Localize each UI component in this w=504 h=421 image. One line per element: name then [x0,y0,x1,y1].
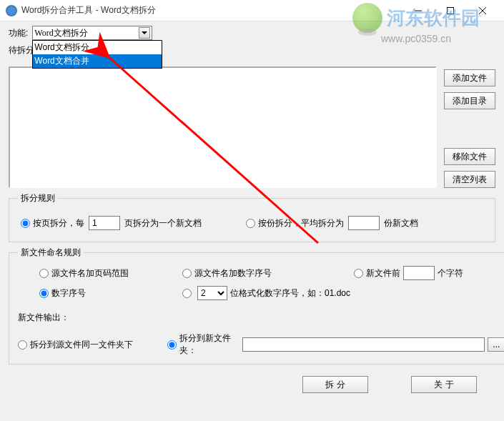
name-prefix-label[interactable]: 新文件前 [354,267,400,279]
about-button[interactable]: 关 于 [411,376,477,393]
split-button[interactable]: 拆 分 [302,376,368,393]
out-same-label[interactable]: 拆分到源文件同一文件夹下 [18,339,133,351]
digits-select[interactable]: 2 [197,286,227,300]
minimize-button[interactable] [402,0,434,21]
file-list[interactable] [9,66,437,188]
function-label: 功能: [9,27,28,39]
naming-rules-legend: 新文件命名规则 [18,247,84,259]
by-page-radio-label[interactable]: 按页拆分，每 [21,217,84,229]
clear-list-button[interactable]: 清空列表 [444,171,495,188]
function-combo[interactable]: Word文档拆分 Word文档拆分 Word文档合并 [32,26,152,40]
add-dir-button[interactable]: 添加目录 [444,92,495,109]
name-prefix-radio[interactable] [354,269,363,278]
name-numidx-label[interactable]: 源文件名加数字序号 [182,267,272,279]
maximize-button[interactable] [434,0,466,21]
by-page-suffix: 页拆分为一个新文档 [124,217,202,229]
copy-count-input[interactable] [348,216,380,230]
by-count-radio[interactable] [246,219,255,228]
name-number-radio[interactable] [39,289,49,298]
page-count-input[interactable] [89,216,120,230]
out-new-radio[interactable] [167,340,177,350]
split-rules-legend: 拆分规则 [18,192,58,204]
name-numidx-radio[interactable] [182,269,192,278]
combo-option-merge[interactable]: Word文档合并 [33,54,162,68]
format-radio[interactable] [182,289,192,298]
combo-option-split[interactable]: Word文档拆分 [33,41,162,54]
combo-dropdown: Word文档拆分 Word文档合并 [32,40,162,69]
chevron-down-icon[interactable] [139,27,150,39]
name-pagerange-radio[interactable] [39,269,49,278]
close-button[interactable] [466,0,498,21]
app-icon [6,5,17,16]
by-page-radio[interactable] [21,219,30,228]
format-label: 位格式化数字序号，如：01.doc [230,287,350,299]
prefix-chars-input[interactable] [403,266,435,280]
add-file-button[interactable]: 添加文件 [444,69,495,86]
split-rules-group: 拆分规则 按页拆分，每 页拆分为一个新文档 按份拆分，平均拆分为 份新文档 [9,192,495,242]
svg-rect-1 [447,7,453,14]
browse-button[interactable]: ... [488,337,504,352]
output-label: 新文件输出： [18,312,504,324]
out-same-radio[interactable] [18,340,27,350]
titlebar: Word拆分合并工具 - Word文档拆分 [0,0,504,21]
out-folder-input[interactable] [242,337,484,352]
remove-file-button[interactable]: 移除文件 [444,148,495,165]
combo-selected: Word文档拆分 [34,27,139,39]
window-title: Word拆分合并工具 - Word文档拆分 [21,4,402,16]
by-count-radio-label[interactable]: 按份拆分，平均拆分为 [246,217,344,229]
name-prefix-suffix: 个字符 [438,267,463,279]
name-number-label[interactable]: 数字序号 [39,287,86,299]
out-new-label[interactable]: 拆分到新文件夹： [167,332,240,357]
by-count-suffix: 份新文档 [384,217,418,229]
name-pagerange-label[interactable]: 源文件名加页码范围 [39,267,129,279]
naming-rules-group: 新文件命名规则 源文件名加页码范围 源文件名加数字序号 [9,247,504,365]
